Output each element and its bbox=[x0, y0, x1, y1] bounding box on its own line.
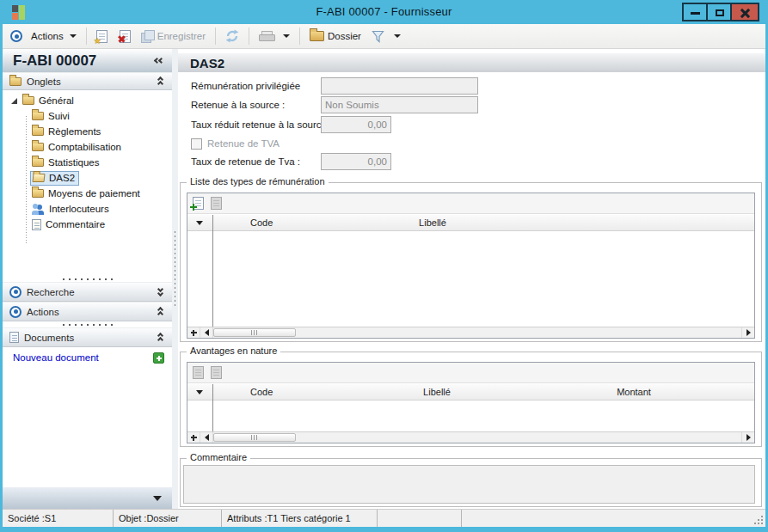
folder-icon bbox=[32, 127, 44, 136]
green-plus-icon bbox=[190, 204, 197, 211]
tree-item-label: DAS2 bbox=[49, 173, 75, 183]
tree-item-suivi[interactable]: Suivi bbox=[3, 108, 172, 124]
tree-item-moyens-de-paiement[interactable]: Moyens de paiement bbox=[3, 186, 172, 201]
page-icon bbox=[32, 219, 41, 230]
taux-tva-label: Taux de retenue de Tva : bbox=[191, 153, 300, 170]
panel-header-onglets[interactable]: Onglets bbox=[3, 72, 172, 90]
scroll-left-button[interactable] bbox=[200, 327, 213, 338]
new-document-row: Nouveau document bbox=[3, 350, 172, 365]
status-bar: Société :S1 Objet :Dossier Attributs :T1… bbox=[3, 509, 765, 527]
tree-item-interlocuteurs[interactable]: Interlocuteurs bbox=[3, 201, 172, 217]
taux-tva-input[interactable] bbox=[321, 153, 391, 170]
filter-icon bbox=[372, 30, 384, 43]
column-header-code[interactable]: Code bbox=[250, 215, 273, 231]
chevron-down-icon bbox=[157, 288, 164, 296]
toolbar-separator bbox=[299, 28, 300, 45]
recherche-label: Recherche bbox=[27, 287, 75, 297]
scrollbar-thumb[interactable] bbox=[213, 328, 296, 337]
taux-reduit-input[interactable] bbox=[321, 116, 391, 133]
minimize-icon bbox=[691, 12, 700, 15]
avantages-group: Avantages en nature Code Libellé Montant bbox=[180, 352, 762, 447]
scroll-left-button[interactable] bbox=[200, 432, 213, 443]
tree-item-das2[interactable]: DAS2 bbox=[3, 170, 172, 186]
plus-icon bbox=[191, 435, 197, 441]
panel-header-documents[interactable]: Documents bbox=[3, 327, 172, 347]
print-options-button[interactable] bbox=[277, 33, 293, 40]
tree-item-commentaire[interactable]: Commentaire bbox=[3, 217, 172, 232]
retenue-tva-checkbox bbox=[191, 138, 202, 150]
close-button[interactable] bbox=[730, 3, 759, 21]
folder-icon bbox=[32, 112, 44, 120]
add-icon[interactable] bbox=[153, 352, 164, 364]
target-icon bbox=[9, 286, 22, 298]
people-icon bbox=[32, 204, 45, 215]
save-icon bbox=[141, 30, 154, 42]
add-row-small-button[interactable] bbox=[187, 432, 200, 443]
folder-icon bbox=[9, 77, 22, 86]
window-title: F-ABI 00007 - Fournisseur bbox=[0, 0, 768, 24]
status-objet: Objet :Dossier bbox=[114, 510, 222, 527]
sidebar-bottom-bar[interactable] bbox=[3, 487, 172, 509]
folder-icon bbox=[310, 31, 324, 41]
open-folder-icon bbox=[32, 174, 45, 182]
commentaire-textarea[interactable] bbox=[183, 465, 755, 504]
actions-menu-label: Actions bbox=[31, 31, 64, 41]
dossier-button[interactable]: Dossier bbox=[306, 29, 365, 43]
arrow-right-icon bbox=[746, 329, 751, 336]
new-document-link[interactable]: Nouveau document bbox=[13, 352, 99, 363]
add-row-button[interactable] bbox=[193, 197, 204, 210]
scroll-right-button[interactable] bbox=[741, 432, 754, 443]
tree-item-general[interactable]: Général bbox=[3, 93, 172, 108]
delete-row-button bbox=[211, 197, 222, 210]
panel-header-actions[interactable]: Actions bbox=[3, 302, 172, 321]
documents-label: Documents bbox=[24, 333, 74, 343]
group-legend: Commentaire bbox=[187, 452, 250, 462]
titlebar: F-ABI 00007 - Fournisseur bbox=[0, 0, 768, 24]
retenue-source-input[interactable] bbox=[321, 96, 478, 113]
tree-item-statistiques[interactable]: Statistiques bbox=[3, 155, 172, 170]
tree-item-comptabilisation[interactable]: Comptabilisation bbox=[3, 139, 172, 155]
panel-drag-handle[interactable] bbox=[3, 321, 172, 327]
column-header-libelle[interactable]: Libellé bbox=[423, 384, 451, 401]
column-header-code[interactable]: Code bbox=[250, 384, 273, 401]
commentaire-group: Commentaire bbox=[180, 458, 762, 507]
resize-grip[interactable] bbox=[754, 516, 763, 524]
tree-expander-icon[interactable] bbox=[11, 98, 17, 104]
status-attributs: Attributs :T1 Tiers catégorie 1 bbox=[222, 510, 378, 527]
add-row-small-button[interactable] bbox=[187, 327, 200, 338]
sidebar-splitter[interactable] bbox=[172, 49, 178, 509]
folder-icon bbox=[32, 158, 44, 167]
remuneration-input[interactable] bbox=[321, 77, 478, 95]
collapse-sidebar-button[interactable] bbox=[155, 58, 163, 64]
tree-item-label: Général bbox=[39, 95, 74, 106]
panel-drag-handle[interactable] bbox=[3, 276, 172, 282]
status-empty bbox=[378, 510, 462, 527]
scrollbar-thumb[interactable] bbox=[213, 433, 296, 442]
toolbar-separator bbox=[215, 28, 216, 45]
delete-button[interactable] bbox=[116, 28, 134, 45]
filter-button[interactable] bbox=[368, 28, 388, 45]
column-header-libelle[interactable]: Libellé bbox=[419, 215, 446, 231]
chevron-down-icon bbox=[70, 34, 77, 38]
print-button bbox=[255, 29, 277, 44]
main-panel: DAS2 Rémunération privilégiée Retenue à … bbox=[178, 49, 765, 509]
column-header-montant[interactable]: Montant bbox=[617, 384, 651, 401]
arrow-right-icon bbox=[746, 434, 751, 441]
group-legend: Avantages en nature bbox=[187, 345, 280, 356]
tree-item-reglements[interactable]: Règlements bbox=[3, 124, 172, 139]
scroll-right-button[interactable] bbox=[741, 327, 754, 338]
panel-header-recherche[interactable]: Recherche bbox=[3, 282, 172, 302]
filter-options-button[interactable] bbox=[388, 33, 404, 40]
new-button[interactable]: ★ bbox=[93, 28, 111, 45]
tree-item-label: Commentaire bbox=[46, 219, 105, 229]
row-selector-icon[interactable] bbox=[196, 390, 203, 394]
minimize-button[interactable] bbox=[682, 3, 708, 21]
record-title: F-ABI 00007 bbox=[13, 52, 96, 70]
row-selector-icon[interactable] bbox=[196, 221, 203, 225]
tree-item-label: Interlocuteurs bbox=[49, 204, 109, 214]
actions-menu-button[interactable]: Actions bbox=[28, 29, 80, 43]
maximize-button[interactable] bbox=[706, 3, 732, 21]
grid-header: Code Libellé bbox=[187, 215, 754, 231]
arrow-left-icon bbox=[205, 434, 209, 441]
chevron-down-icon bbox=[283, 34, 290, 38]
